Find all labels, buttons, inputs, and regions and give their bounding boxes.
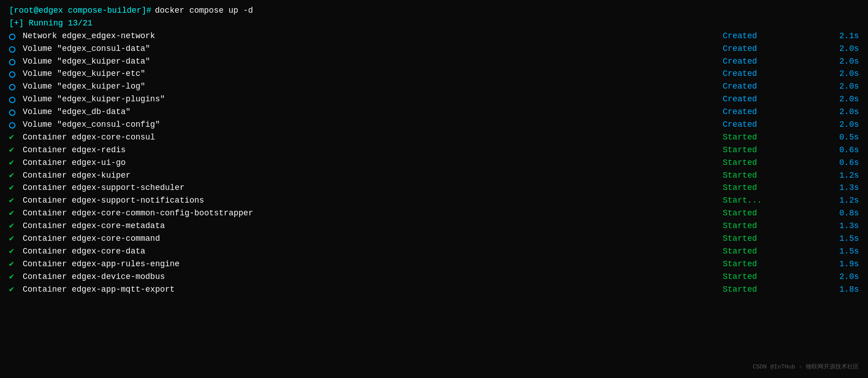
status-label: Started [723,284,823,296]
list-item: Volume "edgex_db-data"Created2.0s [9,106,859,119]
checkmark-icon: ✔ [9,284,14,296]
item-name: Volume "edgex_kuiper-log" [23,80,723,93]
time-value: 0.8s [823,207,859,220]
checkmark-icon: ✔ [9,245,14,258]
status-label: Started [723,182,823,194]
check-icon: ✔ [9,131,23,144]
status-label: Started [723,157,823,169]
check-icon: ✔ [9,157,23,169]
time-value: 1.5s [823,245,859,258]
item-name: Container edgex-core-data [23,245,723,258]
item-name: Container edgex-core-consul [23,131,723,144]
status-label: Started [723,271,823,284]
list-item: Volume "edgex_consul-config"Created2.0s [9,119,859,131]
check-icon: ✔ [9,245,23,258]
item-name: Container edgex-core-metadata [23,220,723,233]
time-value: 1.5s [823,233,859,245]
check-icon: ✔ [9,258,23,271]
list-item: ✔Container edgex-core-dataStarted1.5s [9,245,859,258]
list-item: ✔Container edgex-core-consulStarted0.5s [9,131,859,144]
item-name: Volume "edgex_consul-config" [23,119,723,131]
list-item: Volume "edgex_kuiper-etc"Created2.0s [9,68,859,80]
list-item: ✔Container edgex-support-schedulerStarte… [9,182,859,194]
status-label: Created [723,55,823,68]
list-item: Volume "edgex_kuiper-data"Created2.0s [9,55,859,68]
dot-icon [9,33,23,40]
item-name: Volume "edgex_consul-data" [23,43,723,55]
terminal-prompt-line: [root@edgex compose-builder]# docker com… [9,5,859,17]
time-value: 2.0s [823,119,859,131]
running-header-line: [+] Running 13/21 [9,17,859,30]
time-value: 0.6s [823,157,859,169]
check-icon: ✔ [9,144,23,157]
dot-icon [9,96,23,103]
check-icon: ✔ [9,207,23,220]
circle-dot-icon [9,84,15,90]
item-name: Container edgex-support-scheduler [23,182,723,194]
item-name: Container edgex-support-notifications [23,194,723,207]
check-icon: ✔ [9,194,23,207]
time-value: 2.1s [823,30,859,43]
item-name: Container edgex-kuiper [23,169,723,182]
checkmark-icon: ✔ [9,220,14,233]
list-item: ✔Container edgex-core-metadataStarted1.3… [9,220,859,233]
command-text: docker compose up -d [155,5,253,17]
check-icon: ✔ [9,169,23,182]
time-value: 1.3s [823,220,859,233]
watermark: CSDN @IoTHub - 物联网开源技术社区 [753,363,859,371]
status-label: Started [723,220,823,233]
time-value: 1.3s [823,182,859,194]
status-label: Started [723,169,823,182]
check-icon: ✔ [9,284,23,296]
dot-icon [9,122,23,128]
time-value: 2.0s [823,43,859,55]
time-value: 2.0s [823,55,859,68]
item-name: Container edgex-ui-go [23,157,723,169]
status-label: Created [723,106,823,119]
time-value: 1.2s [823,194,859,207]
list-item: Volume "edgex_kuiper-plugins"Created2.0s [9,93,859,106]
checkmark-icon: ✔ [9,182,14,194]
dot-icon [9,84,23,90]
status-label: Start... [723,194,823,207]
dot-icon [9,71,23,77]
list-item: ✔Container edgex-support-notificationsSt… [9,194,859,207]
status-label: Started [723,131,823,144]
circle-dot-icon [9,46,15,53]
item-name: Container edgex-app-mqtt-export [23,284,723,296]
status-label: Created [723,80,823,93]
dot-icon [9,59,23,65]
item-name: Volume "edgex_kuiper-plugins" [23,93,723,106]
time-value: 1.9s [823,258,859,271]
status-label: Started [723,233,823,245]
item-name: Volume "edgex_db-data" [23,106,723,119]
list-item: Volume "edgex_consul-data"Created2.0s [9,43,859,55]
running-header: [+] Running 13/21 [9,17,93,30]
checkmark-icon: ✔ [9,144,14,157]
time-value: 2.0s [823,93,859,106]
status-label: Created [723,68,823,80]
checkmark-icon: ✔ [9,157,14,169]
dot-icon [9,109,23,115]
item-name: Container edgex-device-modbus [23,271,723,284]
status-label: Started [723,207,823,220]
items-list: Network edgex_edgex-networkCreated2.1sVo… [9,30,859,296]
list-item: ✔Container edgex-redisStarted0.6s [9,144,859,157]
checkmark-icon: ✔ [9,271,14,284]
prompt-text: [root@edgex compose-builder]# [9,5,151,17]
list-item: Network edgex_edgex-networkCreated2.1s [9,30,859,43]
item-name: Container edgex-redis [23,144,723,157]
status-label: Started [723,258,823,271]
time-value: 1.2s [823,169,859,182]
list-item: ✔Container edgex-kuiperStarted1.2s [9,169,859,182]
check-icon: ✔ [9,233,23,245]
item-name: Volume "edgex_kuiper-data" [23,55,723,68]
check-icon: ✔ [9,220,23,233]
circle-dot-icon [9,97,15,103]
checkmark-icon: ✔ [9,233,14,245]
item-name: Volume "edgex_kuiper-etc" [23,68,723,80]
time-value: 2.0s [823,271,859,284]
status-label: Created [723,93,823,106]
circle-dot-icon [9,59,15,65]
checkmark-icon: ✔ [9,169,14,182]
